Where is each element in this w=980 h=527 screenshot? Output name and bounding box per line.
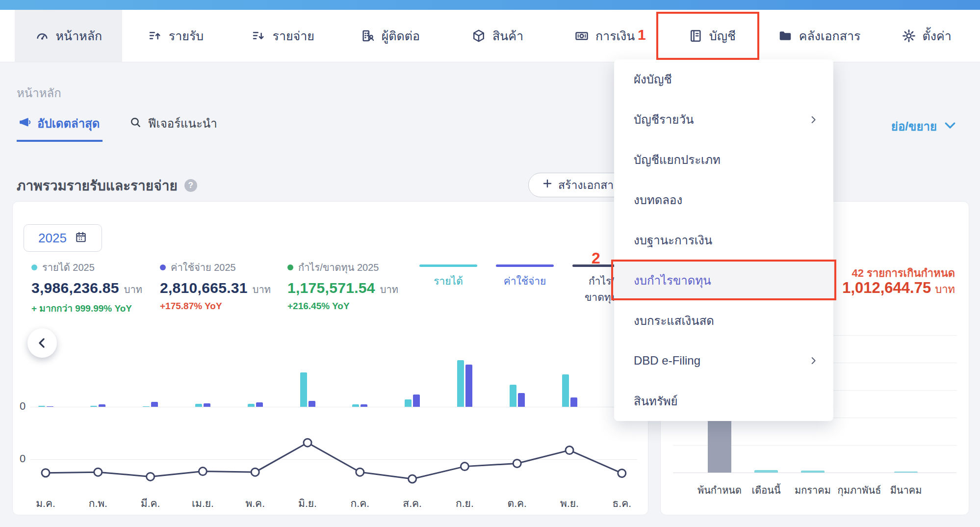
chevron-down-icon bbox=[943, 118, 957, 132]
revenue-bar bbox=[248, 404, 255, 407]
nav-item-label: การเงิน bbox=[595, 26, 635, 46]
legend-dot bbox=[160, 264, 166, 270]
chevron-right-icon bbox=[808, 355, 819, 366]
revenue-bar bbox=[405, 399, 412, 407]
nav-item-accounting[interactable]: บัญชี bbox=[658, 10, 766, 62]
profit-point bbox=[618, 469, 626, 477]
month-label: มี.ค. bbox=[126, 495, 175, 511]
stat-label: ค่าใช้จ่าย 2025 bbox=[171, 260, 236, 275]
profit-point bbox=[304, 439, 311, 447]
menu-item-8[interactable]: สินทรัพย์ bbox=[614, 381, 833, 421]
stat-value: 3,986,236.85 bbox=[31, 280, 119, 296]
nav-item-label: บัญชี bbox=[709, 26, 736, 46]
year-selector[interactable]: 2025 bbox=[24, 224, 102, 252]
series-toggle-bar bbox=[496, 264, 554, 267]
expense-bar bbox=[518, 393, 525, 407]
revenue-bar bbox=[457, 360, 464, 407]
app-screen: หน้าหลักรายรับรายจ่ายผู้ติดต่อสินค้าการเ… bbox=[0, 0, 980, 527]
menu-item-label: งบกำไรขาดทุน bbox=[634, 271, 711, 290]
month-due-bar bbox=[754, 470, 778, 473]
menu-item-2[interactable]: บัญชีแยกประเภท bbox=[614, 140, 833, 180]
nav-item-label: ตั้งค่า bbox=[923, 26, 952, 46]
menu-item-7[interactable]: DBD e-Filing bbox=[614, 341, 833, 381]
profit-point bbox=[461, 463, 468, 471]
plus-icon-slot bbox=[542, 178, 553, 192]
menu-item-label: บัญชีรายวัน bbox=[634, 110, 694, 129]
legend-dot bbox=[31, 264, 37, 270]
menu-item-label: งบกระแสเงินสด bbox=[634, 311, 714, 330]
nav-item-income[interactable]: รายรับ bbox=[122, 10, 230, 62]
profit-point bbox=[356, 468, 364, 476]
page-title: ภาพรวมรายรับและรายจ่าย bbox=[17, 175, 178, 196]
expense-bar bbox=[570, 397, 577, 407]
line-zero-label: 0 bbox=[20, 452, 26, 465]
calendar-icon bbox=[75, 231, 87, 243]
collapse-expand-link[interactable]: ย่อ/ขยาย bbox=[891, 117, 957, 136]
expense-bar bbox=[256, 402, 263, 407]
nav-item-expense[interactable]: รายจ่าย bbox=[229, 10, 336, 62]
stat-yoy: +216.45% YoY bbox=[287, 301, 398, 312]
revenue-expense-bar-chart: 00ม.ค.ก.พ.มี.ค.เม.ย.พ.ค.มิ.ย.ก.ค.ส.ค.ก.ย… bbox=[13, 202, 648, 515]
month-label: พ.ย. bbox=[545, 495, 594, 511]
create-document-label: สร้างเอกสาร bbox=[558, 176, 619, 194]
browser-accent-strip bbox=[0, 0, 980, 10]
legend-dot bbox=[287, 264, 293, 270]
accounting-dropdown-menu: ผังบัญชีบัญชีรายวันบัญชีแยกประเภทงบทดลอง… bbox=[614, 59, 833, 421]
series-toggle-0[interactable]: รายได้ bbox=[419, 264, 477, 305]
stat-unit: บาท bbox=[253, 282, 271, 297]
chart-prev-button[interactable] bbox=[27, 328, 57, 358]
annotation-step-2: 2 bbox=[592, 249, 600, 267]
month-label: ก.พ. bbox=[74, 495, 123, 511]
chevron-right-icon bbox=[808, 114, 819, 125]
revenue-bar bbox=[510, 385, 516, 407]
profit-line-chart bbox=[13, 202, 648, 515]
expense-bar bbox=[151, 402, 158, 407]
annotation-step-1: 1 bbox=[638, 26, 646, 43]
stat-value: 1,175,571.54 bbox=[287, 280, 375, 296]
tab-recommended-features[interactable]: ฟีเจอร์แนะนำ bbox=[128, 114, 220, 142]
month-label: เม.ย. bbox=[178, 495, 227, 511]
menu-item-0[interactable]: ผังบัญชี bbox=[614, 59, 833, 100]
series-toggle-1[interactable]: ค่าใช้จ่าย bbox=[496, 264, 554, 305]
expense-bar bbox=[47, 406, 53, 407]
mini-baseline bbox=[673, 473, 956, 473]
revenue-bar bbox=[90, 406, 97, 407]
series-toggle-label: รายได้ bbox=[419, 273, 477, 289]
top-nav: หน้าหลักรายรับรายจ่ายผู้ติดต่อสินค้าการเ… bbox=[0, 10, 980, 62]
menu-item-3[interactable]: งบทดลอง bbox=[614, 180, 833, 220]
profit-point bbox=[513, 459, 521, 467]
month-due-bar bbox=[801, 471, 825, 473]
megaphone-icon-slot bbox=[18, 115, 31, 132]
month-label: ก.ค. bbox=[335, 495, 385, 511]
tab-latest-updates[interactable]: อัปเดตล่าสุด bbox=[17, 114, 103, 142]
collapse-expand-label: ย่อ/ขยาย bbox=[891, 117, 937, 136]
revenue-bar bbox=[195, 404, 202, 407]
nav-item-label: ผู้ติดต่อ bbox=[382, 26, 420, 46]
menu-item-1[interactable]: บัญชีรายวัน bbox=[614, 100, 833, 140]
revenue-bar bbox=[38, 406, 45, 407]
bar-zero-label: 0 bbox=[20, 400, 26, 413]
gauge-icon bbox=[35, 28, 50, 43]
tab-latest-updates-label: อัปเดตล่าสุด bbox=[37, 114, 100, 133]
nav-item-home[interactable]: หน้าหลัก bbox=[15, 10, 122, 62]
menu-item-6[interactable]: งบกระแสเงินสด bbox=[614, 300, 833, 341]
revenue-bar bbox=[143, 406, 150, 407]
search-icon bbox=[129, 116, 142, 129]
menu-item-5[interactable]: งบกำไรขาดทุน bbox=[614, 260, 833, 300]
month-due-bar bbox=[894, 472, 918, 473]
accounting-icon bbox=[688, 28, 703, 43]
nav-item-products[interactable]: สินค้า bbox=[444, 10, 551, 62]
menu-item-label: งบทดลอง bbox=[634, 190, 682, 210]
menu-item-label: บัญชีแยกประเภท bbox=[634, 150, 721, 169]
home-tabs: อัปเดตล่าสุด ฟีเจอร์แนะนำ bbox=[17, 114, 220, 142]
stat-label: รายได้ 2025 bbox=[42, 260, 95, 275]
nav-item-contacts[interactable]: ผู้ติดต่อ bbox=[336, 10, 444, 62]
menu-item-4[interactable]: งบฐานะการเงิน bbox=[614, 220, 833, 261]
nav-item-documents[interactable]: คลังเอกสาร bbox=[766, 10, 873, 62]
help-icon[interactable]: ? bbox=[184, 179, 197, 192]
stat-1: ค่าใช้จ่าย 20252,810,665.31บาท+175.87% Y… bbox=[160, 260, 271, 312]
nav-item-label: รายรับ bbox=[169, 26, 204, 46]
plus-icon bbox=[542, 178, 553, 189]
nav-item-settings[interactable]: ตั้งค่า bbox=[873, 10, 980, 62]
bar-baseline bbox=[30, 407, 637, 407]
